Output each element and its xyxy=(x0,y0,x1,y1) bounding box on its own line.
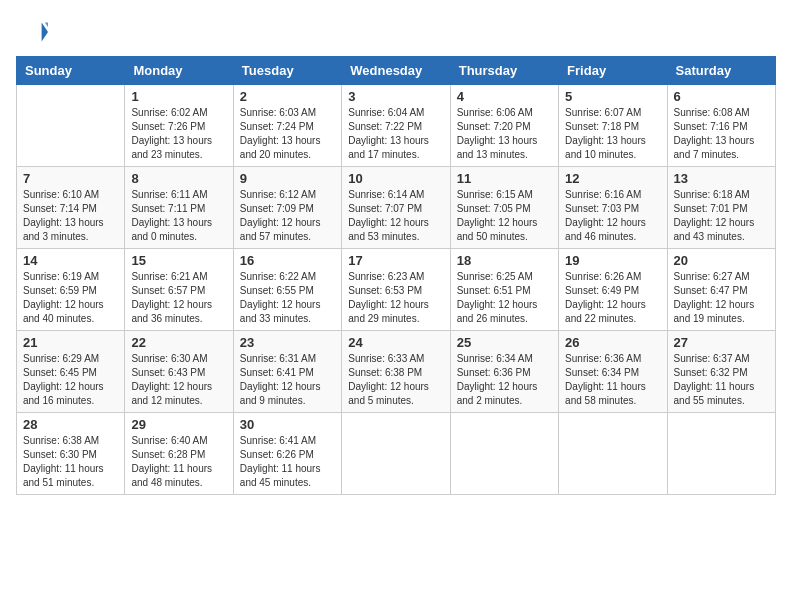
day-number: 25 xyxy=(457,335,552,350)
day-info: Sunrise: 6:07 AM Sunset: 7:18 PM Dayligh… xyxy=(565,106,660,162)
day-info: Sunrise: 6:34 AM Sunset: 6:36 PM Dayligh… xyxy=(457,352,552,408)
day-number: 1 xyxy=(131,89,226,104)
day-number: 6 xyxy=(674,89,769,104)
day-number: 24 xyxy=(348,335,443,350)
day-number: 18 xyxy=(457,253,552,268)
day-number: 21 xyxy=(23,335,118,350)
day-info: Sunrise: 6:06 AM Sunset: 7:20 PM Dayligh… xyxy=(457,106,552,162)
day-cell: 30Sunrise: 6:41 AM Sunset: 6:26 PM Dayli… xyxy=(233,413,341,495)
day-cell: 27Sunrise: 6:37 AM Sunset: 6:32 PM Dayli… xyxy=(667,331,775,413)
day-info: Sunrise: 6:10 AM Sunset: 7:14 PM Dayligh… xyxy=(23,188,118,244)
day-number: 12 xyxy=(565,171,660,186)
day-info: Sunrise: 6:33 AM Sunset: 6:38 PM Dayligh… xyxy=(348,352,443,408)
day-cell: 20Sunrise: 6:27 AM Sunset: 6:47 PM Dayli… xyxy=(667,249,775,331)
day-info: Sunrise: 6:30 AM Sunset: 6:43 PM Dayligh… xyxy=(131,352,226,408)
day-cell: 15Sunrise: 6:21 AM Sunset: 6:57 PM Dayli… xyxy=(125,249,233,331)
week-row-5: 28Sunrise: 6:38 AM Sunset: 6:30 PM Dayli… xyxy=(17,413,776,495)
day-cell: 29Sunrise: 6:40 AM Sunset: 6:28 PM Dayli… xyxy=(125,413,233,495)
weekday-header-sunday: Sunday xyxy=(17,57,125,85)
day-info: Sunrise: 6:36 AM Sunset: 6:34 PM Dayligh… xyxy=(565,352,660,408)
day-cell xyxy=(450,413,558,495)
day-info: Sunrise: 6:15 AM Sunset: 7:05 PM Dayligh… xyxy=(457,188,552,244)
day-number: 15 xyxy=(131,253,226,268)
day-number: 10 xyxy=(348,171,443,186)
day-number: 9 xyxy=(240,171,335,186)
day-number: 3 xyxy=(348,89,443,104)
day-number: 29 xyxy=(131,417,226,432)
day-cell: 25Sunrise: 6:34 AM Sunset: 6:36 PM Dayli… xyxy=(450,331,558,413)
day-cell: 5Sunrise: 6:07 AM Sunset: 7:18 PM Daylig… xyxy=(559,85,667,167)
day-cell: 21Sunrise: 6:29 AM Sunset: 6:45 PM Dayli… xyxy=(17,331,125,413)
day-info: Sunrise: 6:04 AM Sunset: 7:22 PM Dayligh… xyxy=(348,106,443,162)
day-cell: 12Sunrise: 6:16 AM Sunset: 7:03 PM Dayli… xyxy=(559,167,667,249)
day-number: 30 xyxy=(240,417,335,432)
day-info: Sunrise: 6:25 AM Sunset: 6:51 PM Dayligh… xyxy=(457,270,552,326)
day-number: 17 xyxy=(348,253,443,268)
week-row-1: 1Sunrise: 6:02 AM Sunset: 7:26 PM Daylig… xyxy=(17,85,776,167)
day-cell: 23Sunrise: 6:31 AM Sunset: 6:41 PM Dayli… xyxy=(233,331,341,413)
calendar-table: SundayMondayTuesdayWednesdayThursdayFrid… xyxy=(16,56,776,495)
day-cell: 8Sunrise: 6:11 AM Sunset: 7:11 PM Daylig… xyxy=(125,167,233,249)
day-cell xyxy=(342,413,450,495)
day-info: Sunrise: 6:22 AM Sunset: 6:55 PM Dayligh… xyxy=(240,270,335,326)
weekday-header-friday: Friday xyxy=(559,57,667,85)
day-cell: 17Sunrise: 6:23 AM Sunset: 6:53 PM Dayli… xyxy=(342,249,450,331)
day-info: Sunrise: 6:37 AM Sunset: 6:32 PM Dayligh… xyxy=(674,352,769,408)
day-info: Sunrise: 6:12 AM Sunset: 7:09 PM Dayligh… xyxy=(240,188,335,244)
day-number: 2 xyxy=(240,89,335,104)
day-info: Sunrise: 6:16 AM Sunset: 7:03 PM Dayligh… xyxy=(565,188,660,244)
day-info: Sunrise: 6:21 AM Sunset: 6:57 PM Dayligh… xyxy=(131,270,226,326)
weekday-header-monday: Monday xyxy=(125,57,233,85)
day-info: Sunrise: 6:03 AM Sunset: 7:24 PM Dayligh… xyxy=(240,106,335,162)
day-info: Sunrise: 6:29 AM Sunset: 6:45 PM Dayligh… xyxy=(23,352,118,408)
day-number: 16 xyxy=(240,253,335,268)
day-info: Sunrise: 6:27 AM Sunset: 6:47 PM Dayligh… xyxy=(674,270,769,326)
day-info: Sunrise: 6:08 AM Sunset: 7:16 PM Dayligh… xyxy=(674,106,769,162)
day-cell: 22Sunrise: 6:30 AM Sunset: 6:43 PM Dayli… xyxy=(125,331,233,413)
day-info: Sunrise: 6:23 AM Sunset: 6:53 PM Dayligh… xyxy=(348,270,443,326)
day-info: Sunrise: 6:40 AM Sunset: 6:28 PM Dayligh… xyxy=(131,434,226,490)
day-cell: 1Sunrise: 6:02 AM Sunset: 7:26 PM Daylig… xyxy=(125,85,233,167)
day-number: 27 xyxy=(674,335,769,350)
day-cell: 14Sunrise: 6:19 AM Sunset: 6:59 PM Dayli… xyxy=(17,249,125,331)
logo-icon xyxy=(16,16,48,48)
day-cell: 16Sunrise: 6:22 AM Sunset: 6:55 PM Dayli… xyxy=(233,249,341,331)
weekday-header-tuesday: Tuesday xyxy=(233,57,341,85)
week-row-4: 21Sunrise: 6:29 AM Sunset: 6:45 PM Dayli… xyxy=(17,331,776,413)
day-number: 13 xyxy=(674,171,769,186)
day-cell: 3Sunrise: 6:04 AM Sunset: 7:22 PM Daylig… xyxy=(342,85,450,167)
day-info: Sunrise: 6:31 AM Sunset: 6:41 PM Dayligh… xyxy=(240,352,335,408)
weekday-header-row: SundayMondayTuesdayWednesdayThursdayFrid… xyxy=(17,57,776,85)
day-number: 11 xyxy=(457,171,552,186)
day-cell: 6Sunrise: 6:08 AM Sunset: 7:16 PM Daylig… xyxy=(667,85,775,167)
day-number: 22 xyxy=(131,335,226,350)
day-number: 14 xyxy=(23,253,118,268)
day-info: Sunrise: 6:02 AM Sunset: 7:26 PM Dayligh… xyxy=(131,106,226,162)
day-cell xyxy=(17,85,125,167)
day-number: 5 xyxy=(565,89,660,104)
day-cell: 13Sunrise: 6:18 AM Sunset: 7:01 PM Dayli… xyxy=(667,167,775,249)
day-info: Sunrise: 6:41 AM Sunset: 6:26 PM Dayligh… xyxy=(240,434,335,490)
day-cell: 26Sunrise: 6:36 AM Sunset: 6:34 PM Dayli… xyxy=(559,331,667,413)
weekday-header-thursday: Thursday xyxy=(450,57,558,85)
day-info: Sunrise: 6:18 AM Sunset: 7:01 PM Dayligh… xyxy=(674,188,769,244)
day-cell: 18Sunrise: 6:25 AM Sunset: 6:51 PM Dayli… xyxy=(450,249,558,331)
day-number: 7 xyxy=(23,171,118,186)
day-info: Sunrise: 6:26 AM Sunset: 6:49 PM Dayligh… xyxy=(565,270,660,326)
day-info: Sunrise: 6:19 AM Sunset: 6:59 PM Dayligh… xyxy=(23,270,118,326)
day-info: Sunrise: 6:38 AM Sunset: 6:30 PM Dayligh… xyxy=(23,434,118,490)
day-number: 4 xyxy=(457,89,552,104)
day-cell: 4Sunrise: 6:06 AM Sunset: 7:20 PM Daylig… xyxy=(450,85,558,167)
day-cell: 28Sunrise: 6:38 AM Sunset: 6:30 PM Dayli… xyxy=(17,413,125,495)
day-number: 19 xyxy=(565,253,660,268)
day-cell xyxy=(559,413,667,495)
day-cell: 9Sunrise: 6:12 AM Sunset: 7:09 PM Daylig… xyxy=(233,167,341,249)
week-row-3: 14Sunrise: 6:19 AM Sunset: 6:59 PM Dayli… xyxy=(17,249,776,331)
day-number: 26 xyxy=(565,335,660,350)
day-cell: 7Sunrise: 6:10 AM Sunset: 7:14 PM Daylig… xyxy=(17,167,125,249)
page-header xyxy=(16,16,776,48)
week-row-2: 7Sunrise: 6:10 AM Sunset: 7:14 PM Daylig… xyxy=(17,167,776,249)
day-info: Sunrise: 6:11 AM Sunset: 7:11 PM Dayligh… xyxy=(131,188,226,244)
day-cell: 24Sunrise: 6:33 AM Sunset: 6:38 PM Dayli… xyxy=(342,331,450,413)
day-info: Sunrise: 6:14 AM Sunset: 7:07 PM Dayligh… xyxy=(348,188,443,244)
